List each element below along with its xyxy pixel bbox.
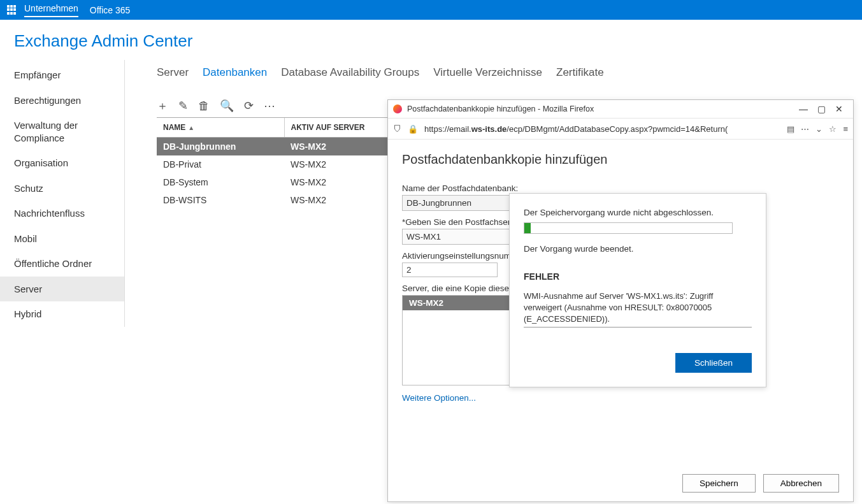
save-button[interactable]: Speichern: [682, 474, 756, 493]
tab-server[interactable]: Server: [157, 66, 189, 79]
label-dbname: Name der Postfachdatenbank:: [402, 184, 839, 193]
error-header: FEHLER: [524, 271, 752, 282]
error-message-2: Der Vorgang wurde beendet.: [524, 244, 752, 254]
refresh-icon[interactable]: ⟳: [244, 99, 254, 113]
more-icon[interactable]: ⋯: [264, 99, 275, 113]
field-activation-number[interactable]: 2: [402, 263, 498, 277]
sidebar: Empfänger Berechtigungen Verwaltung der …: [0, 60, 125, 327]
window-title: Postfachdatenbankkopie hinzufügen - Mozi…: [407, 104, 594, 113]
sidebar-item-organization[interactable]: Organisation: [0, 150, 124, 176]
tab-databases[interactable]: Datenbanken: [203, 66, 267, 79]
pocket-icon[interactable]: ⌄: [815, 124, 822, 134]
cancel-button[interactable]: Abbrechen: [763, 474, 839, 493]
sidebar-item-server[interactable]: Server: [0, 277, 124, 302]
close-icon[interactable]: ✕: [830, 104, 848, 114]
sidebar-item-mobile[interactable]: Mobil: [0, 226, 124, 252]
page-title: Exchange Admin Center: [14, 31, 862, 51]
progress-bar: [524, 222, 733, 234]
tab-dag[interactable]: Database Availability Groups: [281, 66, 419, 79]
o365-topbar: Unternehmen Office 365: [0, 0, 862, 20]
error-detail: WMI-Ausnahme auf Server 'WS-MX1.ws.its':…: [524, 291, 752, 328]
menu-icon[interactable]: ≡: [843, 124, 848, 134]
dots-icon[interactable]: ⋯: [801, 124, 809, 134]
more-options-link[interactable]: Weitere Optionen...: [402, 393, 476, 403]
window-titlebar[interactable]: Postfachdatenbankkopie hinzufügen - Mozi…: [388, 100, 853, 118]
lock-icon[interactable]: 🔒: [408, 124, 418, 134]
search-icon[interactable]: 🔍: [220, 99, 234, 113]
app-launcher-icon[interactable]: [6, 5, 17, 15]
sidebar-item-mailflow[interactable]: Nachrichtenfluss: [0, 201, 124, 226]
error-popup: Der Speichervorgang wurde nicht abgeschl…: [509, 193, 766, 387]
dialog-footer: Speichern Abbrechen: [682, 474, 839, 493]
url-text[interactable]: https://email.ws-its.de/ecp/DBMgmt/AddDa…: [424, 124, 780, 134]
error-message-1: Der Speichervorgang wurde nicht abgeschl…: [524, 208, 752, 217]
sidebar-item-recipients[interactable]: Empfänger: [0, 62, 124, 88]
dialog-heading: Postfachdatenbankkopie hinzufügen: [402, 152, 839, 167]
delete-icon[interactable]: 🗑: [198, 99, 210, 113]
sidebar-item-compliance[interactable]: Verwaltung der Compliance: [0, 113, 124, 150]
sidebar-item-permissions[interactable]: Berechtigungen: [0, 88, 124, 113]
shield-icon[interactable]: ⛉: [393, 124, 401, 134]
tab-vdir[interactable]: Virtuelle Verzeichnisse: [433, 66, 542, 79]
add-icon[interactable]: ＋: [157, 98, 168, 113]
sidebar-item-hybrid[interactable]: Hybrid: [0, 301, 124, 327]
edit-icon[interactable]: ✎: [178, 99, 188, 113]
star-icon[interactable]: ☆: [829, 124, 837, 134]
sort-asc-icon: ▲: [188, 124, 194, 131]
maximize-icon[interactable]: ▢: [812, 104, 830, 114]
subnav: Server Datenbanken Database Availability…: [157, 66, 862, 79]
topbar-link-o365[interactable]: Office 365: [90, 5, 131, 15]
sidebar-item-publicfolders[interactable]: Öffentliche Ordner: [0, 251, 124, 277]
col-name[interactable]: NAME▲: [157, 118, 284, 138]
minimize-icon[interactable]: —: [794, 104, 812, 114]
firefox-icon: [393, 104, 402, 113]
close-button[interactable]: Schließen: [675, 353, 752, 373]
dialog-body: Postfachdatenbankkopie hinzufügen Name d…: [388, 140, 853, 501]
tab-certs[interactable]: Zertifikate: [556, 66, 604, 79]
topbar-link-company[interactable]: Unternehmen: [24, 3, 78, 17]
reader-icon[interactable]: ▤: [787, 124, 794, 134]
firefox-popup-window: Postfachdatenbankkopie hinzufügen - Mozi…: [387, 99, 854, 502]
sidebar-item-protection[interactable]: Schutz: [0, 176, 124, 201]
progress-fill: [524, 223, 531, 233]
address-bar: ⛉ 🔒 https://email.ws-its.de/ecp/DBMgmt/A…: [388, 118, 853, 140]
